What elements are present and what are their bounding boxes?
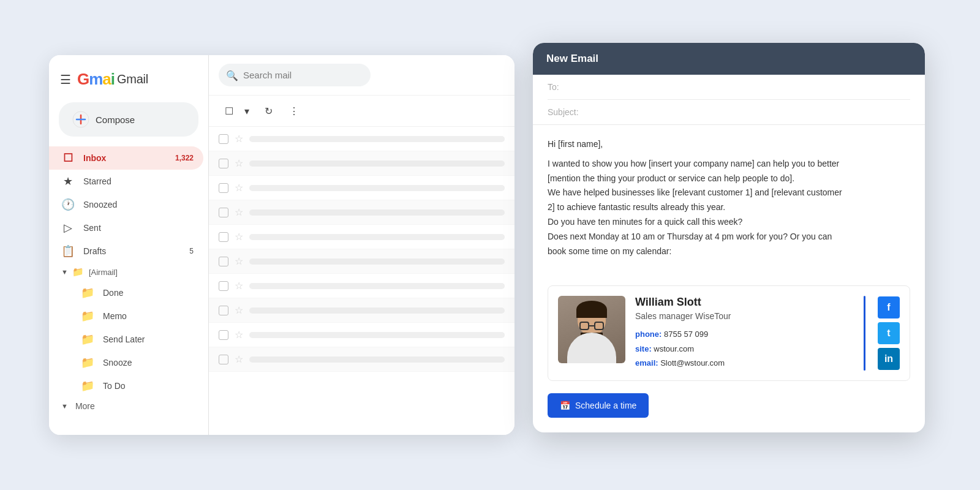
table-row[interactable]: ☆ bbox=[209, 151, 514, 176]
star-icon[interactable]: ☆ bbox=[235, 182, 243, 194]
twitter-icon[interactable]: t bbox=[878, 322, 900, 344]
body-paragraph: I wanted to show you how [insert your co… bbox=[548, 157, 910, 259]
compose-plus-icon bbox=[72, 111, 89, 128]
email-compose-panel: New Email To: Subject: Hi [first name], … bbox=[533, 43, 925, 432]
star-icon[interactable]: ☆ bbox=[235, 231, 243, 243]
sidebar-item-inbox[interactable]: ☐ Inbox 1,322 bbox=[49, 146, 203, 170]
row-checkbox[interactable] bbox=[219, 355, 228, 364]
table-row[interactable]: ☆ bbox=[209, 249, 514, 274]
subject-field-row: Subject: bbox=[548, 100, 910, 124]
body-line2: [mention the thing your product or servi… bbox=[548, 173, 794, 183]
compose-button[interactable]: Compose bbox=[59, 102, 198, 137]
compose-fields: To: Subject: bbox=[533, 75, 925, 125]
linkedin-icon[interactable]: in bbox=[878, 348, 900, 370]
subject-input[interactable] bbox=[590, 107, 910, 117]
glasses-bridge bbox=[589, 325, 594, 326]
more-label: More bbox=[75, 401, 95, 411]
email-preview bbox=[249, 160, 505, 167]
schedule-button-label: Schedule a time bbox=[575, 401, 636, 410]
row-checkbox[interactable] bbox=[219, 330, 228, 340]
table-row[interactable]: ☆ bbox=[209, 347, 514, 372]
row-checkbox[interactable] bbox=[219, 134, 228, 144]
starred-label: Starred bbox=[83, 176, 111, 186]
email-rows: ☆ ☆ ☆ ☆ ☆ ☆ ☆ ☆ ☆ ☆ bbox=[209, 127, 514, 435]
fb-letter: f bbox=[887, 302, 890, 313]
star-icon[interactable]: ☆ bbox=[235, 353, 243, 365]
inbox-label: Inbox bbox=[83, 153, 106, 163]
body-line6: Does next Monday at 10 am or Thursday at… bbox=[548, 232, 832, 241]
star-icon[interactable]: ☆ bbox=[235, 157, 243, 169]
email-toolbar: ☐ ▾ ↻ ⋮ bbox=[209, 96, 514, 127]
star-icon[interactable]: ☆ bbox=[235, 329, 243, 341]
star-icon: ★ bbox=[61, 175, 75, 188]
hamburger-icon[interactable]: ☰ bbox=[60, 72, 71, 87]
facebook-icon[interactable]: f bbox=[878, 296, 900, 318]
search-input[interactable] bbox=[219, 64, 371, 86]
sidebar-item-drafts[interactable]: 📋 Drafts 5 bbox=[49, 239, 203, 263]
search-wrapper: 🔍 bbox=[219, 64, 505, 86]
more-section[interactable]: ▼ More bbox=[49, 398, 208, 415]
more-options-button[interactable]: ⋮ bbox=[284, 100, 304, 121]
schedule-button[interactable]: 📅 Schedule a time bbox=[548, 393, 649, 418]
email-preview bbox=[249, 234, 505, 240]
send-later-folder-icon: 📁 bbox=[81, 333, 94, 346]
row-checkbox[interactable] bbox=[219, 208, 228, 217]
star-icon[interactable]: ☆ bbox=[235, 280, 243, 292]
drafts-badge: 5 bbox=[189, 247, 194, 255]
social-icons: f t in bbox=[878, 296, 900, 370]
table-row[interactable]: ☆ bbox=[209, 225, 514, 249]
signature-divider bbox=[864, 296, 865, 370]
inbox-badge: 1,322 bbox=[175, 154, 194, 162]
sidebar-item-send-later[interactable]: 📁 Send Later bbox=[59, 328, 203, 351]
sidebar-item-memo[interactable]: 📁 Memo bbox=[59, 304, 203, 328]
airmail-arrow-icon: ▼ bbox=[61, 268, 68, 276]
search-bar: 🔍 bbox=[209, 55, 514, 96]
star-icon[interactable]: ☆ bbox=[235, 206, 243, 218]
airmail-section[interactable]: ▼ 📁 [Airmail] bbox=[49, 263, 208, 281]
body-line4: 2] to achieve fantastic results already … bbox=[548, 202, 725, 212]
row-checkbox[interactable] bbox=[219, 159, 228, 168]
sidebar-item-todo[interactable]: 📁 To Do bbox=[59, 374, 203, 398]
table-row[interactable]: ☆ bbox=[209, 176, 514, 200]
gmail-panel: ☰ Gmai Gmail Compose ☐ Inbox 1,322 bbox=[49, 55, 514, 435]
glasses-left bbox=[579, 322, 589, 330]
row-checkbox[interactable] bbox=[219, 232, 228, 242]
search-icon: 🔍 bbox=[226, 69, 238, 81]
table-row[interactable]: ☆ bbox=[209, 274, 514, 298]
star-icon[interactable]: ☆ bbox=[235, 133, 243, 145]
star-icon[interactable]: ☆ bbox=[235, 255, 243, 267]
email-value: Slott@wstour.com bbox=[660, 358, 725, 368]
row-checkbox[interactable] bbox=[219, 183, 228, 193]
refresh-button[interactable]: ↻ bbox=[258, 100, 279, 121]
glasses-right bbox=[594, 322, 604, 330]
sidebar-item-done[interactable]: 📁 Done bbox=[59, 281, 203, 304]
sidebar-item-starred[interactable]: ★ Starred bbox=[49, 170, 203, 193]
compose-body: Hi [first name], I wanted to show you ho… bbox=[533, 125, 925, 276]
table-row[interactable]: ☆ bbox=[209, 323, 514, 347]
select-all-checkbox[interactable]: ☐ bbox=[219, 100, 239, 121]
table-row[interactable]: ☆ bbox=[209, 200, 514, 225]
li-letter: in bbox=[884, 353, 893, 364]
snooze-icon: 🕐 bbox=[61, 198, 75, 211]
to-field-row: To: bbox=[548, 75, 910, 100]
table-row[interactable]: ☆ bbox=[209, 127, 514, 151]
body-suit bbox=[567, 333, 616, 363]
sidebar-item-snooze[interactable]: 📁 Snooze bbox=[59, 351, 203, 374]
calendar-icon: 📅 bbox=[560, 401, 570, 410]
select-dropdown-btn[interactable]: ▾ bbox=[241, 100, 253, 121]
sent-label: Sent bbox=[83, 223, 101, 233]
phone-value: 8755 57 099 bbox=[664, 330, 708, 339]
email-preview bbox=[249, 283, 505, 289]
signature-photo bbox=[558, 296, 625, 363]
star-icon[interactable]: ☆ bbox=[235, 304, 243, 316]
more-arrow-icon: ▼ bbox=[61, 402, 68, 410]
email-preview bbox=[249, 258, 505, 265]
sidebar-item-snoozed[interactable]: 🕐 Snoozed bbox=[49, 193, 203, 216]
sidebar-item-sent[interactable]: ▷ Sent bbox=[49, 216, 203, 239]
row-checkbox[interactable] bbox=[219, 257, 228, 266]
row-checkbox[interactable] bbox=[219, 306, 228, 315]
memo-folder-icon: 📁 bbox=[81, 309, 94, 323]
row-checkbox[interactable] bbox=[219, 281, 228, 291]
to-input[interactable] bbox=[590, 82, 910, 92]
table-row[interactable]: ☆ bbox=[209, 298, 514, 323]
